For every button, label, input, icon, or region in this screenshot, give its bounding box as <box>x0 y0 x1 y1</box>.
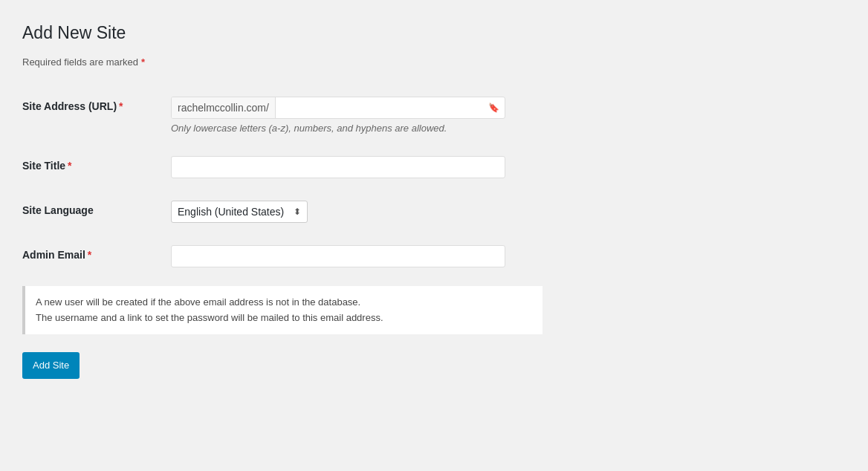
admin-email-required-star: * <box>88 249 91 261</box>
info-line-1: A new user will be created if the above … <box>36 296 360 308</box>
site-address-label: Site Address (URL)* <box>22 85 171 145</box>
site-language-select[interactable]: English (United States) English (UK) Fra… <box>172 201 307 222</box>
form-table: Site Address (URL)* rachelmccollin.com/ … <box>22 85 617 279</box>
site-address-row: Site Address (URL)* rachelmccollin.com/ … <box>22 85 617 145</box>
site-title-label: Site Title* <box>22 145 171 189</box>
site-title-row: Site Title* <box>22 145 617 189</box>
site-title-label-text: Site Title <box>22 160 65 172</box>
required-star-notice: * <box>141 56 145 68</box>
url-prefix: rachelmccollin.com/ <box>172 97 276 118</box>
site-language-row: Site Language English (United States) En… <box>22 189 617 234</box>
page-title: Add New Site <box>22 22 846 45</box>
admin-email-label: Admin Email* <box>22 234 171 279</box>
url-wrapper: rachelmccollin.com/ 🔖 <box>171 97 505 119</box>
site-title-field-cell <box>171 145 617 189</box>
site-title-required-star: * <box>68 160 71 172</box>
required-notice-text: Required fields are marked <box>22 56 138 68</box>
language-select-wrapper: English (United States) English (UK) Fra… <box>171 201 308 223</box>
admin-email-label-text: Admin Email <box>22 249 85 261</box>
site-language-field-cell: English (United States) English (UK) Fra… <box>171 189 617 234</box>
info-line-2: The username and a link to set the passw… <box>36 312 383 323</box>
url-bookmark-icon: 🔖 <box>483 99 505 117</box>
admin-email-row: Admin Email* <box>22 234 617 279</box>
site-title-input[interactable] <box>171 156 505 178</box>
site-address-description: Only lowercase letters (a-z), numbers, a… <box>171 123 617 134</box>
info-box: A new user will be created if the above … <box>22 286 542 335</box>
site-address-input[interactable] <box>276 98 483 117</box>
site-address-required-star: * <box>119 100 123 112</box>
admin-email-input[interactable] <box>171 245 505 267</box>
site-address-field-cell: rachelmccollin.com/ 🔖 Only lowercase let… <box>171 85 617 145</box>
admin-email-field-cell <box>171 234 617 279</box>
site-language-label-text: Site Language <box>22 204 94 216</box>
site-language-label: Site Language <box>22 189 171 234</box>
add-site-button[interactable]: Add Site <box>22 352 80 379</box>
required-notice: Required fields are marked* <box>22 56 846 68</box>
site-address-label-text: Site Address (URL) <box>22 100 117 112</box>
